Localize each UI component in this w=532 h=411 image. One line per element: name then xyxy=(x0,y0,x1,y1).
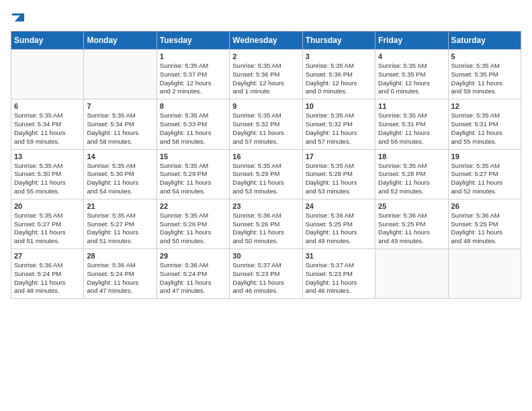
calendar-cell xyxy=(448,249,521,299)
day-info: Sunrise: 5:35 AM Sunset: 5:34 PM Dayligh… xyxy=(87,111,153,146)
calendar-table: SundayMondayTuesdayWednesdayThursdayFrid… xyxy=(11,31,521,299)
day-info: Sunrise: 5:36 AM Sunset: 5:25 PM Dayligh… xyxy=(378,212,445,246)
day-number: 28 xyxy=(87,252,153,260)
day-info: Sunrise: 5:35 AM Sunset: 5:30 PM Dayligh… xyxy=(14,162,81,196)
calendar-cell: 16Sunrise: 5:35 AM Sunset: 5:29 PM Dayli… xyxy=(230,149,302,199)
day-info: Sunrise: 5:35 AM Sunset: 5:28 PM Dayligh… xyxy=(306,162,372,196)
day-number: 3 xyxy=(306,52,372,60)
day-number: 11 xyxy=(378,102,445,110)
day-info: Sunrise: 5:37 AM Sunset: 5:23 PM Dayligh… xyxy=(306,261,372,295)
weekday-header: Tuesday xyxy=(157,32,229,50)
day-info: Sunrise: 5:37 AM Sunset: 5:23 PM Dayligh… xyxy=(232,261,299,295)
calendar-cell: 4Sunrise: 5:35 AM Sunset: 5:35 PM Daylig… xyxy=(375,50,448,99)
calendar-week-row: 1Sunrise: 5:35 AM Sunset: 5:37 PM Daylig… xyxy=(11,50,521,99)
day-info: Sunrise: 5:35 AM Sunset: 5:27 PM Dayligh… xyxy=(451,162,518,196)
calendar-cell: 14Sunrise: 5:35 AM Sunset: 5:30 PM Dayli… xyxy=(84,149,157,199)
day-number: 19 xyxy=(451,152,518,161)
day-number: 2 xyxy=(232,52,299,60)
calendar-cell: 28Sunrise: 5:36 AM Sunset: 5:24 PM Dayli… xyxy=(84,249,157,299)
day-info: Sunrise: 5:35 AM Sunset: 5:32 PM Dayligh… xyxy=(306,111,372,146)
calendar-cell xyxy=(84,50,157,99)
day-number: 9 xyxy=(232,102,299,110)
day-info: Sunrise: 5:35 AM Sunset: 5:31 PM Dayligh… xyxy=(451,111,518,146)
weekday-header: Monday xyxy=(84,32,157,50)
day-info: Sunrise: 5:35 AM Sunset: 5:37 PM Dayligh… xyxy=(160,62,226,96)
day-info: Sunrise: 5:36 AM Sunset: 5:24 PM Dayligh… xyxy=(160,261,226,295)
calendar-cell: 21Sunrise: 5:35 AM Sunset: 5:27 PM Dayli… xyxy=(84,199,157,248)
day-info: Sunrise: 5:35 AM Sunset: 5:26 PM Dayligh… xyxy=(160,212,226,246)
logo-icon xyxy=(12,11,24,23)
day-number: 25 xyxy=(378,202,445,210)
calendar-cell: 17Sunrise: 5:35 AM Sunset: 5:28 PM Dayli… xyxy=(302,149,375,199)
day-number: 14 xyxy=(87,152,153,161)
calendar-cell: 8Sunrise: 5:35 AM Sunset: 5:33 PM Daylig… xyxy=(157,99,229,149)
calendar-cell xyxy=(11,50,84,99)
calendar-week-row: 13Sunrise: 5:35 AM Sunset: 5:30 PM Dayli… xyxy=(11,149,521,199)
calendar-cell: 24Sunrise: 5:36 AM Sunset: 5:25 PM Dayli… xyxy=(302,199,375,248)
day-number: 31 xyxy=(306,252,372,260)
calendar-header-row: SundayMondayTuesdayWednesdayThursdayFrid… xyxy=(11,32,521,50)
logo xyxy=(11,11,24,23)
calendar-cell: 31Sunrise: 5:37 AM Sunset: 5:23 PM Dayli… xyxy=(302,249,375,299)
day-number: 29 xyxy=(160,252,226,260)
calendar-cell: 6Sunrise: 5:35 AM Sunset: 5:34 PM Daylig… xyxy=(11,99,84,149)
svg-rect-2 xyxy=(12,13,21,15)
day-number: 15 xyxy=(160,152,226,161)
calendar-week-row: 20Sunrise: 5:35 AM Sunset: 5:27 PM Dayli… xyxy=(11,199,521,248)
calendar-cell xyxy=(375,249,448,299)
calendar-cell: 3Sunrise: 5:35 AM Sunset: 5:36 PM Daylig… xyxy=(302,50,375,99)
day-number: 18 xyxy=(378,152,445,161)
day-info: Sunrise: 5:36 AM Sunset: 5:24 PM Dayligh… xyxy=(87,261,153,295)
calendar-cell: 13Sunrise: 5:35 AM Sunset: 5:30 PM Dayli… xyxy=(11,149,84,199)
day-number: 26 xyxy=(451,202,518,210)
calendar-cell: 22Sunrise: 5:35 AM Sunset: 5:26 PM Dayli… xyxy=(157,199,229,248)
day-info: Sunrise: 5:35 AM Sunset: 5:27 PM Dayligh… xyxy=(14,212,81,246)
calendar-cell: 23Sunrise: 5:36 AM Sunset: 5:26 PM Dayli… xyxy=(230,199,302,248)
calendar-cell: 19Sunrise: 5:35 AM Sunset: 5:27 PM Dayli… xyxy=(448,149,521,199)
calendar-cell: 5Sunrise: 5:35 AM Sunset: 5:35 PM Daylig… xyxy=(448,50,521,99)
calendar-cell: 11Sunrise: 5:35 AM Sunset: 5:31 PM Dayli… xyxy=(375,99,448,149)
day-info: Sunrise: 5:35 AM Sunset: 5:34 PM Dayligh… xyxy=(14,111,81,146)
day-number: 8 xyxy=(160,102,226,110)
calendar-cell: 15Sunrise: 5:35 AM Sunset: 5:29 PM Dayli… xyxy=(157,149,229,199)
day-info: Sunrise: 5:36 AM Sunset: 5:24 PM Dayligh… xyxy=(14,261,81,295)
day-info: Sunrise: 5:35 AM Sunset: 5:33 PM Dayligh… xyxy=(160,111,226,146)
weekday-header: Thursday xyxy=(302,32,375,50)
day-number: 20 xyxy=(14,202,81,210)
day-number: 4 xyxy=(378,52,445,60)
day-info: Sunrise: 5:35 AM Sunset: 5:32 PM Dayligh… xyxy=(232,111,299,146)
day-number: 24 xyxy=(306,202,372,210)
weekday-header: Friday xyxy=(375,32,448,50)
calendar-week-row: 27Sunrise: 5:36 AM Sunset: 5:24 PM Dayli… xyxy=(11,249,521,299)
weekday-header: Sunday xyxy=(11,32,84,50)
day-info: Sunrise: 5:36 AM Sunset: 5:25 PM Dayligh… xyxy=(306,212,372,246)
calendar-cell: 9Sunrise: 5:35 AM Sunset: 5:32 PM Daylig… xyxy=(230,99,302,149)
calendar-cell: 25Sunrise: 5:36 AM Sunset: 5:25 PM Dayli… xyxy=(375,199,448,248)
day-info: Sunrise: 5:35 AM Sunset: 5:35 PM Dayligh… xyxy=(451,62,518,96)
day-number: 23 xyxy=(232,202,299,210)
day-info: Sunrise: 5:35 AM Sunset: 5:27 PM Dayligh… xyxy=(87,212,153,246)
calendar-cell: 10Sunrise: 5:35 AM Sunset: 5:32 PM Dayli… xyxy=(302,99,375,149)
calendar-cell: 27Sunrise: 5:36 AM Sunset: 5:24 PM Dayli… xyxy=(11,249,84,299)
calendar-cell: 26Sunrise: 5:36 AM Sunset: 5:25 PM Dayli… xyxy=(448,199,521,248)
day-info: Sunrise: 5:35 AM Sunset: 5:31 PM Dayligh… xyxy=(378,111,445,146)
day-number: 12 xyxy=(451,102,518,110)
page-header xyxy=(11,11,521,23)
calendar-cell: 7Sunrise: 5:35 AM Sunset: 5:34 PM Daylig… xyxy=(84,99,157,149)
day-info: Sunrise: 5:35 AM Sunset: 5:30 PM Dayligh… xyxy=(87,162,153,196)
calendar-cell: 29Sunrise: 5:36 AM Sunset: 5:24 PM Dayli… xyxy=(157,249,229,299)
calendar-cell: 30Sunrise: 5:37 AM Sunset: 5:23 PM Dayli… xyxy=(230,249,302,299)
calendar-cell: 18Sunrise: 5:35 AM Sunset: 5:28 PM Dayli… xyxy=(375,149,448,199)
day-number: 16 xyxy=(232,152,299,161)
day-number: 22 xyxy=(160,202,226,210)
calendar-cell: 12Sunrise: 5:35 AM Sunset: 5:31 PM Dayli… xyxy=(448,99,521,149)
day-number: 13 xyxy=(14,152,81,161)
day-info: Sunrise: 5:35 AM Sunset: 5:36 PM Dayligh… xyxy=(232,62,299,96)
day-info: Sunrise: 5:35 AM Sunset: 5:36 PM Dayligh… xyxy=(306,62,372,96)
calendar-cell: 2Sunrise: 5:35 AM Sunset: 5:36 PM Daylig… xyxy=(230,50,302,99)
day-info: Sunrise: 5:35 AM Sunset: 5:29 PM Dayligh… xyxy=(232,162,299,196)
weekday-header: Wednesday xyxy=(230,32,302,50)
calendar-cell: 1Sunrise: 5:35 AM Sunset: 5:37 PM Daylig… xyxy=(157,50,229,99)
weekday-header: Saturday xyxy=(448,32,521,50)
calendar-week-row: 6Sunrise: 5:35 AM Sunset: 5:34 PM Daylig… xyxy=(11,99,521,149)
